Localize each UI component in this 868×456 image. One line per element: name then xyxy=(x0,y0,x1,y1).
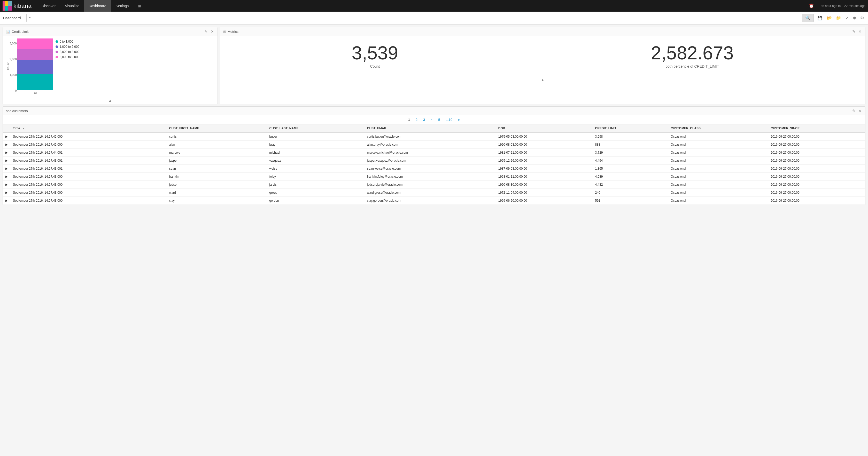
table-row: ▶ September 27th 2016, 14:27:43.000 ward… xyxy=(3,189,865,197)
svg-rect-3 xyxy=(8,1,12,6)
metrics-panel-title: ⊞ Metrics xyxy=(223,30,852,34)
page-4-button[interactable]: 4 xyxy=(429,117,435,122)
cell-dob-6: 1990-08-30:00:00:00 xyxy=(496,181,593,189)
close-metrics-button[interactable]: ✕ xyxy=(858,29,862,34)
table-panel: soe.customers ✎ ✕ 1 2 3 4 5 ...10 » Time… xyxy=(3,106,865,205)
close-panel-button[interactable]: ✕ xyxy=(210,29,214,34)
page-2-button[interactable]: 2 xyxy=(413,117,420,122)
cell-credit-5: 4,089 xyxy=(592,173,668,181)
page-3-button[interactable]: 3 xyxy=(421,117,427,122)
cell-dob-8: 1969-06-20:00:00:00 xyxy=(496,197,593,205)
table-row: ▶ September 27th 2016, 14:27:43.001 sean… xyxy=(3,165,865,173)
cell-first-7: ward xyxy=(167,189,267,197)
cell-since-5: 2016-09-27:00:00:00 xyxy=(768,173,865,181)
metrics-panel: ⊞ Metrics ✎ ✕ 3,539 Count 2,582.673 50th… xyxy=(220,27,865,104)
table-row: ▶ September 27th 2016, 14:27:43.001 jasp… xyxy=(3,157,865,165)
edit-table-button[interactable]: ✎ xyxy=(852,109,856,113)
row-expand-0[interactable]: ▶ xyxy=(3,132,10,141)
table-row: ▶ September 27th 2016, 14:27:43.000 clay… xyxy=(3,197,865,205)
cell-time-2: September 27th 2016, 14:27:44.001 xyxy=(10,149,167,157)
metric-count: 3,539 Count xyxy=(351,44,398,68)
save-icon[interactable]: 💾 xyxy=(816,14,824,22)
search-input[interactable] xyxy=(27,14,802,22)
nav-item-apps[interactable]: ⊞ xyxy=(133,0,146,12)
cell-time-5: September 27th 2016, 14:27:43.000 xyxy=(10,173,167,181)
svg-rect-4 xyxy=(8,6,12,10)
row-expand-3[interactable]: ▶ xyxy=(3,157,10,165)
col-since[interactable]: CUSTOMER_SINCE xyxy=(768,125,865,132)
nav-item-visualize[interactable]: Visualize xyxy=(60,0,84,12)
clock-icon[interactable]: ⏰ xyxy=(807,2,816,9)
cell-class-0: Occasional xyxy=(668,132,768,141)
page-1-button[interactable]: 1 xyxy=(406,117,412,122)
bar-segment-2k-3k xyxy=(17,49,53,60)
y-axis: 3,000 2,000 1,000 0 xyxy=(9,40,17,92)
cell-email-2: marcelo.michael@oracle.com xyxy=(365,149,496,157)
kibana-logo-text: kibana xyxy=(13,3,32,9)
nav-item-settings[interactable]: Settings xyxy=(111,0,133,12)
page-10-button[interactable]: ...10 xyxy=(444,117,455,122)
legend-dot-3kto9k xyxy=(56,56,58,58)
page-next-button[interactable]: » xyxy=(456,117,462,122)
share-icon[interactable]: 📁 xyxy=(835,14,842,22)
table-panel-title: soe.customers xyxy=(6,109,852,113)
row-expand-2[interactable]: ▶ xyxy=(3,149,10,157)
table-row: ▶ September 27th 2016, 14:27:45.000 curt… xyxy=(3,132,865,141)
row-expand-5[interactable]: ▶ xyxy=(3,173,10,181)
settings-icon[interactable]: ⚙ xyxy=(859,14,865,22)
nav-item-discover[interactable]: Discover xyxy=(37,0,60,12)
row-expand-6[interactable]: ▶ xyxy=(3,181,10,189)
row-expand-4[interactable]: ▶ xyxy=(3,165,10,173)
legend-dot-1kto2k xyxy=(56,45,58,48)
close-table-button[interactable]: ✕ xyxy=(858,109,862,113)
search-button[interactable]: 🔍 xyxy=(802,14,813,22)
edit-metrics-button[interactable]: ✎ xyxy=(852,29,856,34)
cell-last-5: foley xyxy=(267,173,364,181)
chart-collapse-button[interactable]: ▲ xyxy=(3,97,218,104)
sub-header: Dashboard 🔍 💾 📂 📁 ↗ ⊕ ⚙ xyxy=(0,12,868,25)
cell-since-3: 2016-09-27:00:00:00 xyxy=(768,157,865,165)
cell-class-5: Occasional xyxy=(668,173,768,181)
export-icon[interactable]: ↗ xyxy=(844,14,850,22)
edit-panel-button[interactable]: ✎ xyxy=(204,29,208,34)
nav-items: Discover Visualize Dashboard Settings ⊞ xyxy=(37,0,807,12)
cell-since-6: 2016-09-27:00:00:00 xyxy=(768,181,865,189)
kibana-logo-icon xyxy=(3,1,12,10)
bar-chart xyxy=(17,38,53,90)
col-dob[interactable]: DOB xyxy=(496,125,593,132)
row-expand-8[interactable]: ▶ xyxy=(3,197,10,205)
cell-first-2: marcelo xyxy=(167,149,267,157)
col-class[interactable]: CUSTOMER_CLASS xyxy=(668,125,768,132)
col-time[interactable]: Time ▼ xyxy=(10,125,167,132)
pagination: 1 2 3 4 5 ...10 » xyxy=(3,115,865,125)
col-email[interactable]: CUST_EMAIL xyxy=(365,125,496,132)
cell-class-2: Occasional xyxy=(668,149,768,157)
legend-label-2kto3k: 2,000 to 3,000 xyxy=(60,50,80,54)
cell-last-1: bray xyxy=(267,141,364,149)
panel-controls: ✎ ✕ xyxy=(204,29,214,34)
table-row: ▶ September 27th 2016, 14:27:44.001 marc… xyxy=(3,149,865,157)
col-credit[interactable]: CREDIT_LIMIT xyxy=(592,125,668,132)
legend-item-0: 0 to 1,000 xyxy=(56,40,80,43)
dashboard-grid: 📊 Credit Limit ✎ ✕ Count 3,000 2,000 1,0… xyxy=(0,25,868,207)
row-expand-1[interactable]: ▶ xyxy=(3,141,10,149)
add-icon[interactable]: ⊕ xyxy=(852,14,857,22)
row-expand-7[interactable]: ▶ xyxy=(3,189,10,197)
legend-item-3: 3,000 to 9,000 xyxy=(56,55,80,59)
col-last-name[interactable]: CUST_LAST_NAME xyxy=(267,125,364,132)
nav-item-dashboard[interactable]: Dashboard xyxy=(84,0,111,12)
page-5-button[interactable]: 5 xyxy=(436,117,442,122)
cell-credit-6: 4,432 xyxy=(592,181,668,189)
cell-since-0: 2016-09-27:00:00:00 xyxy=(768,132,865,141)
cell-first-6: judson xyxy=(167,181,267,189)
bar-segment-0-1k xyxy=(17,74,53,90)
sort-icon-time: ▼ xyxy=(22,127,25,130)
cell-email-6: judson.jarvis@oracle.com xyxy=(365,181,496,189)
time-range-display: ~ an hour ago to ~ 22 minutes ago xyxy=(818,4,865,8)
col-first-name[interactable]: CUST_FIRST_NAME xyxy=(167,125,267,132)
metrics-panel-header: ⊞ Metrics ✎ ✕ xyxy=(220,27,865,36)
metrics-collapse-button[interactable]: ▲ xyxy=(220,76,865,84)
cell-last-0: butler xyxy=(267,132,364,141)
load-icon[interactable]: 📂 xyxy=(826,14,833,22)
legend-item-2: 2,000 to 3,000 xyxy=(56,50,80,54)
